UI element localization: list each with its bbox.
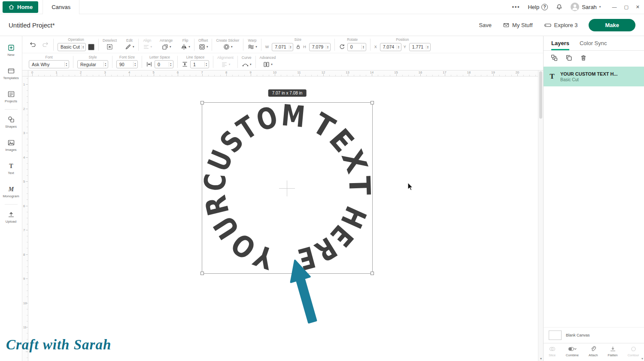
rotate-input[interactable]: 0 ▴▾ (347, 43, 366, 51)
combine-button[interactable]: Combine (566, 346, 579, 357)
tab-layers[interactable]: Layers (551, 36, 569, 50)
edit-button[interactable]: ▾ (125, 43, 134, 50)
make-button[interactable]: Make (589, 19, 635, 31)
top-bar: Home Canvas ••• Help ? Sarah ▾ — ▢ ✕ (0, 0, 644, 14)
style-label: Style (89, 55, 97, 59)
letter-space-label: Letter Space (149, 55, 170, 59)
warp-button[interactable]: ▾ (247, 43, 257, 50)
offset-button[interactable]: ▾ (198, 43, 208, 50)
contour-button[interactable]: Contour (628, 346, 639, 357)
attach-icon (589, 346, 597, 352)
selection-handle-top-right[interactable] (371, 101, 374, 104)
align-button[interactable]: ▾ (143, 43, 152, 50)
line-space-input[interactable]: 1 ▴▾ (190, 60, 209, 68)
style-dropdown[interactable]: Regular ▴▾ (77, 60, 108, 68)
lock-icon[interactable] (295, 44, 301, 50)
selection-handle-top-left[interactable] (200, 101, 204, 104)
stepper-icon: ▴▾ (103, 62, 107, 67)
user-menu[interactable]: Sarah ▾ (571, 3, 601, 11)
canvas-color-swatch[interactable] (549, 330, 562, 340)
duplicate-layer-button[interactable] (565, 54, 573, 61)
save-button[interactable]: Save (479, 22, 492, 28)
slice-icon (549, 346, 556, 352)
selection-handle-bottom-right[interactable] (371, 272, 374, 275)
position-x-input[interactable]: 7.074 ▴▾ (380, 43, 401, 51)
font-label: Font (45, 55, 52, 59)
slice-button[interactable]: Slice (549, 346, 556, 357)
redo-button[interactable] (42, 41, 49, 48)
height-input[interactable]: 7.079 ▴▾ (309, 43, 331, 51)
line-space-value: 1 (193, 62, 196, 67)
alignment-icon (221, 61, 228, 68)
sidebar-item-projects[interactable]: Projects (0, 85, 22, 108)
tab-canvas[interactable]: Canvas (43, 0, 79, 14)
sidebar-item-text[interactable]: T Text (0, 157, 22, 180)
curve-icon (242, 61, 249, 68)
my-stuff-button[interactable]: My Stuff (503, 22, 532, 28)
deselect-button[interactable] (106, 43, 113, 50)
monogram-icon: M (7, 185, 15, 193)
templates-icon (7, 67, 15, 75)
help-button[interactable]: Help ? (528, 4, 548, 10)
stepper-icon: ▴▾ (64, 62, 68, 67)
alignment-group: Alignment ▾ (213, 53, 237, 70)
advanced-button[interactable]: ▾ (263, 61, 273, 68)
warp-icon (247, 43, 255, 50)
canvas-area[interactable]: 01234567891011121314151617181920 1234567… (22, 70, 538, 361)
letter-space-input[interactable]: 0 ▴▾ (155, 60, 173, 68)
maximize-button[interactable]: ▢ (624, 4, 628, 10)
undo-button[interactable] (29, 41, 36, 48)
blank-canvas-row[interactable]: Blank Canvas (544, 327, 644, 343)
my-stuff-label: My Stuff (512, 22, 532, 28)
panel-scroll-down-arrow[interactable]: ▾ (641, 357, 643, 361)
sidebar-item-templates[interactable]: Templates (0, 62, 22, 85)
sidebar-item-images[interactable]: Images (0, 134, 22, 157)
sidebar-item-monogram[interactable]: M Monogram (0, 180, 22, 203)
group-layers-button[interactable] (550, 54, 558, 61)
close-button[interactable]: ✕ (636, 4, 640, 10)
color-swatch[interactable] (88, 44, 94, 50)
curve-button[interactable]: ▾ (242, 61, 252, 68)
canvas-scrollbar[interactable]: ▾ (538, 70, 543, 361)
attach-button[interactable]: Attach (589, 346, 598, 357)
sidebar-label: Text (8, 171, 14, 175)
sidebar-item-upload[interactable]: Upload (0, 205, 22, 229)
rotate-icon[interactable] (339, 44, 345, 50)
tab-color-sync[interactable]: Color Sync (580, 36, 607, 50)
duplicate-icon (565, 54, 573, 61)
group-icon (550, 54, 558, 61)
operation-label: Operation (68, 38, 84, 42)
flip-button[interactable]: ▾ (180, 43, 190, 50)
selection-box[interactable] (202, 102, 373, 274)
operation-dropdown[interactable]: Basic Cut ▴▾ (58, 43, 86, 51)
create-sticker-group: Create Sticker ▾ (212, 36, 243, 53)
width-input[interactable]: 7.071 ▴▾ (272, 43, 293, 51)
explore-machine-button[interactable]: Explore 3 (544, 22, 578, 28)
stepper-icon: ▴▾ (169, 62, 172, 67)
flip-icon (180, 43, 188, 50)
overflow-menu-icon[interactable]: ••• (512, 4, 520, 10)
bell-icon[interactable] (556, 3, 563, 11)
layer-item[interactable]: T YOUR CUSTOM TEXT H... Basic Cut (544, 67, 644, 86)
sidebar-label: New (7, 53, 14, 57)
font-dropdown[interactable]: Ask Why ▴▾ (29, 60, 69, 68)
minimize-button[interactable]: — (612, 4, 617, 9)
scrollbar-thumb[interactable] (539, 71, 542, 119)
stepper-icon: ▴▾ (289, 45, 292, 49)
home-button[interactable]: Home (3, 1, 38, 13)
size-label: Size (295, 38, 302, 42)
alignment-button[interactable]: ▾ (221, 61, 231, 68)
delete-layer-button[interactable] (580, 54, 587, 61)
arrange-button[interactable]: ▾ (161, 43, 171, 50)
panel-tabs: Layers Color Sync (544, 36, 644, 51)
create-sticker-button[interactable]: ▾ (223, 43, 233, 50)
font-size-input[interactable]: 90 ▴▾ (116, 60, 138, 68)
position-y-input[interactable]: 1.771 ▴▾ (409, 43, 431, 51)
y-axis-label: Y (404, 45, 406, 49)
sidebar-item-new[interactable]: New (0, 39, 22, 62)
chevron-down-icon: ▾ (207, 45, 208, 49)
selection-handle-bottom-left[interactable] (200, 272, 204, 275)
upload-icon (7, 211, 15, 218)
sidebar-item-shapes[interactable]: Shapes (0, 110, 22, 134)
flatten-button[interactable]: Flatten (608, 346, 618, 357)
